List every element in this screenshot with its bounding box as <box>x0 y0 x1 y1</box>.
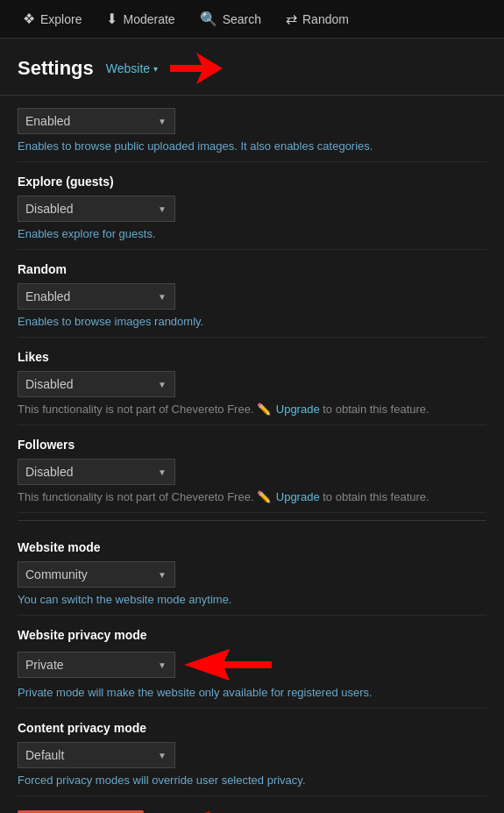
random-select[interactable]: Enabled Disabled <box>18 283 175 310</box>
followers-select[interactable]: Disabled Enabled <box>18 459 175 485</box>
nav-item-explore[interactable]: ❖ Explore <box>11 0 94 38</box>
website-privacy-hint: Private mode will make the website only … <box>18 686 486 699</box>
content-privacy-label: Content privacy mode <box>18 721 486 735</box>
nav-label-explore: Explore <box>40 12 82 26</box>
random-hint: Enables to browse images randomly. <box>18 315 486 328</box>
svg-marker-0 <box>170 53 223 84</box>
save-button-row: Save changes <box>18 796 486 813</box>
svg-marker-1 <box>184 649 272 681</box>
setting-group-content-privacy: Content privacy mode Default Private Pub… <box>18 709 486 796</box>
website-privacy-label: Website privacy mode <box>18 628 486 642</box>
setting-group-website-mode: Website mode Community Personal You can … <box>18 528 486 616</box>
arrow-annotation-privacy <box>184 649 272 681</box>
arrow-annotation-header <box>170 53 223 84</box>
nav-item-random[interactable]: ⇄ Random <box>273 0 361 38</box>
nav-label-moderate: Moderate <box>123 12 174 26</box>
nav-label-random: Random <box>302 12 349 26</box>
setting-group-explore-guests: Explore (guests) Disabled Enabled Enable… <box>18 162 486 250</box>
section-divider <box>18 520 486 521</box>
website-dropdown-button[interactable]: Website ▾ <box>103 60 161 77</box>
top-select[interactable]: Enabled Disabled <box>18 108 175 134</box>
explore-guests-select-wrapper: Disabled Enabled <box>18 196 175 222</box>
likes-select-wrapper: Disabled Enabled <box>18 371 175 397</box>
explore-guests-label: Explore (guests) <box>18 175 486 189</box>
content-privacy-select[interactable]: Default Private Public <box>18 742 175 768</box>
top-select-hint: Enables to browse public uploaded images… <box>18 139 486 153</box>
upgrade-pencil-icon: ✏️ <box>257 403 271 416</box>
setting-group-likes: Likes Disabled Enabled This functionalit… <box>18 338 486 425</box>
explore-guests-select[interactable]: Disabled Enabled <box>18 196 175 222</box>
website-mode-hint: You can switch the website mode anytime. <box>18 593 486 606</box>
main-content: Enabled Disabled Enables to browse publi… <box>0 96 504 813</box>
content-privacy-hint: Forced privacy modes will override user … <box>18 774 486 787</box>
top-select-wrapper: Enabled Disabled <box>18 108 175 134</box>
followers-upgrade-pencil-icon: ✏️ <box>257 490 271 503</box>
likes-select[interactable]: Disabled Enabled <box>18 371 175 397</box>
website-privacy-select-wrapper: Private Public Restricted <box>18 652 175 678</box>
website-privacy-select[interactable]: Private Public Restricted <box>18 652 175 678</box>
website-mode-select[interactable]: Community Personal <box>18 561 175 588</box>
search-icon: 🔍 <box>200 12 217 26</box>
website-mode-label: Website mode <box>18 540 486 554</box>
website-dropdown-label: Website <box>106 61 150 75</box>
top-navigation: ❖ Explore ⬇ Moderate 🔍 Search ⇄ Random <box>0 0 504 39</box>
followers-upgrade-link[interactable]: Upgrade <box>276 490 320 503</box>
likes-label: Likes <box>18 350 486 364</box>
nav-label-search: Search <box>223 12 261 26</box>
random-label: Random <box>18 262 486 276</box>
moderate-icon: ⬇ <box>106 12 117 26</box>
chevron-down-icon: ▾ <box>153 64 158 74</box>
likes-hint: This functionality is not part of Chever… <box>18 403 486 416</box>
setting-group-website-privacy: Website privacy mode Private Public Rest… <box>18 616 486 709</box>
setting-group-top: Enabled Disabled Enables to browse publi… <box>18 96 486 162</box>
page-title: Settings <box>18 57 94 80</box>
likes-upgrade-link[interactable]: Upgrade <box>276 403 320 416</box>
followers-label: Followers <box>18 438 486 452</box>
settings-header: Settings Website ▾ <box>0 39 504 96</box>
followers-hint: This functionality is not part of Chever… <box>18 490 486 503</box>
content-privacy-select-wrapper: Default Private Public <box>18 742 175 768</box>
random-icon: ⇄ <box>286 12 297 26</box>
nav-item-search[interactable]: 🔍 Search <box>188 0 273 38</box>
explore-icon: ❖ <box>23 12 35 26</box>
setting-group-random: Random Enabled Disabled Enables to brows… <box>18 250 486 338</box>
nav-item-moderate[interactable]: ⬇ Moderate <box>94 0 187 38</box>
explore-guests-hint: Enables explore for guests. <box>18 227 486 240</box>
setting-group-followers: Followers Disabled Enabled This function… <box>18 425 486 513</box>
random-select-wrapper: Enabled Disabled <box>18 283 175 310</box>
followers-select-wrapper: Disabled Enabled <box>18 459 175 485</box>
website-mode-select-wrapper: Community Personal <box>18 561 175 588</box>
